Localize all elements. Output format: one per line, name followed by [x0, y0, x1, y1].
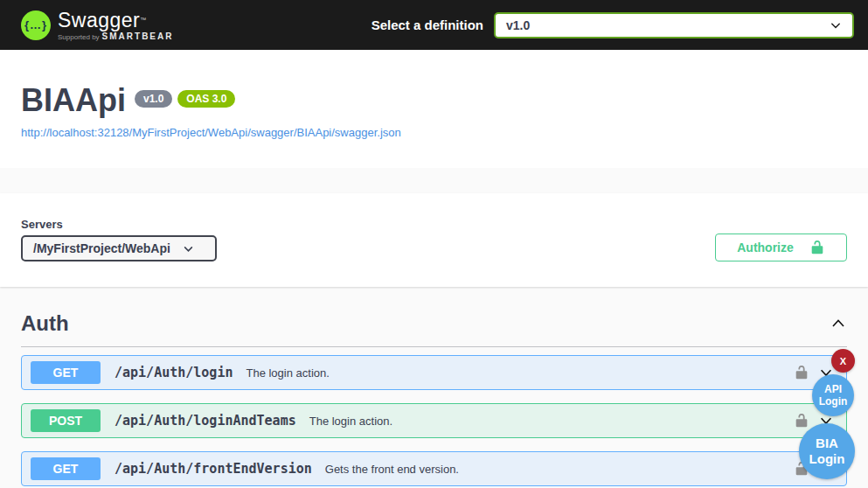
spec-url-link[interactable]: http://localhost:32128/MyFirstProject/We… — [21, 126, 401, 139]
scheme-container: Servers /MyFirstProject/WebApi Authorize — [0, 193, 868, 287]
swagger-ui-page: {…} Swagger™ Supported bySMARTBEAR Selec… — [0, 0, 868, 488]
logo-text: Swagger™ Supported bySMARTBEAR — [58, 10, 173, 41]
definition-select[interactable]: v1.0 — [494, 12, 854, 38]
api-login-float-button[interactable]: API Login — [812, 374, 854, 416]
operation-row-get-frontendversion[interactable]: GET /api/Auth/frontEndVersion Gets the f… — [21, 451, 847, 486]
brand-name: Swagger™ — [58, 10, 173, 31]
unlocked-padlock-icon — [809, 240, 825, 255]
operation-path: /api/Auth/login — [115, 365, 233, 380]
definition-select-value: v1.0 — [506, 18, 530, 32]
method-badge: POST — [31, 409, 101, 432]
servers-label: Servers — [21, 218, 217, 231]
unlocked-padlock-icon[interactable] — [794, 413, 809, 429]
operation-summary: The login action. — [309, 415, 392, 428]
operation-summary: Gets the front end version. — [325, 463, 459, 476]
tag-header-auth[interactable]: Auth — [21, 310, 847, 347]
chevron-up-icon[interactable] — [830, 315, 847, 332]
topbar: {…} Swagger™ Supported bySMARTBEAR Selec… — [0, 0, 868, 50]
definition-selector: Select a definition v1.0 — [372, 12, 854, 38]
swagger-logo[interactable]: {…} Swagger™ Supported bySMARTBEAR — [21, 10, 173, 41]
close-icon: X — [840, 356, 846, 366]
bia-login-line1: BIA — [816, 436, 838, 451]
operation-path: /api/Auth/frontEndVersion — [115, 461, 312, 477]
authorize-button[interactable]: Authorize — [715, 234, 847, 261]
authorize-wrap: Authorize — [715, 234, 847, 287]
version-badge: v1.0 — [135, 90, 172, 108]
swagger-logo-icon: {…} — [21, 10, 51, 40]
info-section: BIAApi v1.0 OAS 3.0 http://localhost:321… — [0, 50, 868, 168]
supported-by: Supported bySMARTBEAR — [58, 31, 173, 41]
smartbear-brand: SMARTBEAR — [102, 31, 174, 41]
servers-select-value: /MyFirstProject/WebApi — [33, 241, 170, 255]
operation-row-post-loginandteams[interactable]: POST /api/Auth/loginAndTeams The login a… — [21, 403, 847, 438]
definition-label: Select a definition — [372, 17, 483, 32]
bia-login-float-button[interactable]: BIA Login — [799, 423, 855, 479]
bia-login-line2: Login — [809, 451, 845, 467]
tag-title: Auth — [21, 310, 69, 338]
api-login-line2: Login — [819, 395, 848, 408]
method-badge: GET — [31, 361, 101, 384]
api-login-line1: API — [824, 383, 842, 395]
trademark-symbol: ™ — [140, 17, 147, 23]
authorize-label: Authorize — [737, 241, 794, 254]
tag-section-auth: Auth GET /api/Auth/login The login actio… — [0, 287, 868, 486]
operation-row-get-login[interactable]: GET /api/Auth/login The login action. — [21, 355, 847, 390]
oas-badge: OAS 3.0 — [177, 90, 235, 108]
logo-glyph: {…} — [24, 18, 47, 31]
operation-summary: The login action. — [246, 366, 329, 380]
unlocked-padlock-icon[interactable] — [794, 365, 809, 380]
operation-path: /api/Auth/loginAndTeams — [115, 413, 296, 429]
servers-select[interactable]: /MyFirstProject/WebApi — [21, 235, 217, 261]
close-float-button[interactable]: X — [831, 349, 855, 373]
chevron-down-icon — [183, 243, 194, 254]
servers-block: Servers /MyFirstProject/WebApi — [21, 218, 217, 287]
method-badge: GET — [31, 457, 101, 480]
page-title: BIAApi — [21, 83, 126, 118]
operations-list: GET /api/Auth/login The login action. PO… — [21, 355, 847, 486]
chevron-down-icon — [830, 19, 842, 31]
